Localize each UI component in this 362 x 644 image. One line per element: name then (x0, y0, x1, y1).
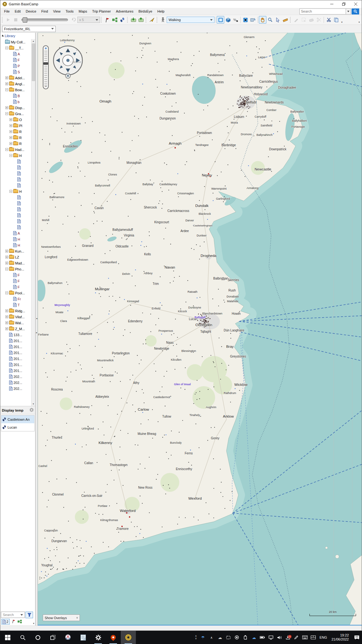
collapse-icon[interactable]: − (5, 88, 8, 91)
collapse-icon[interactable]: − (5, 291, 8, 294)
install-map-icon[interactable] (130, 16, 137, 24)
tree-item-r[interactable]: +R (0, 141, 31, 147)
expand-icon[interactable]: + (9, 118, 12, 121)
menu-birdseye[interactable]: BirdsEye (136, 8, 155, 14)
view-2d-button[interactable] (217, 16, 224, 24)
tree-item[interactable] (0, 218, 31, 224)
tree-item-h[interactable]: H (0, 242, 31, 248)
menu-edit[interactable]: Edit (12, 8, 23, 14)
undo-icon[interactable] (70, 16, 77, 24)
tree-item-133[interactable]: 133... (0, 332, 31, 338)
update-icon[interactable]: 3 (284, 635, 292, 640)
tree-item-o[interactable]: +O (0, 117, 31, 123)
menu-trip-planner[interactable]: Trip Planner (90, 8, 114, 14)
tree-item-f[interactable]: F (0, 284, 31, 290)
zoom-slider-handle[interactable] (43, 62, 48, 65)
collapse-icon[interactable]: − (5, 47, 8, 49)
search-scope-caret[interactable] (346, 8, 351, 14)
notification-center-icon[interactable] (351, 635, 362, 640)
search-input[interactable] (299, 8, 346, 14)
scroll-thumb[interactable] (32, 43, 35, 81)
tree-item-h[interactable]: −H (0, 153, 31, 158)
expand-icon[interactable]: + (5, 250, 8, 253)
record-icon[interactable] (233, 635, 241, 640)
search-button[interactable] (352, 8, 359, 14)
new-route-icon[interactable] (111, 16, 119, 24)
menu-adventures[interactable]: Adventures (114, 8, 136, 14)
marquee-select-tool[interactable] (300, 16, 308, 24)
tree-item[interactable] (0, 182, 31, 188)
tree-item-h[interactable]: H (0, 236, 31, 242)
tree-item[interactable] (0, 224, 31, 230)
speed-multiplier-select[interactable]: x 5 (77, 17, 100, 23)
battery-icon[interactable] (258, 636, 267, 639)
tree-item[interactable] (0, 194, 31, 200)
activity-profile-select[interactable]: Walking (167, 17, 214, 23)
route-small-icon[interactable] (18, 619, 22, 625)
expand-icon[interactable]: + (9, 136, 12, 139)
menu-file[interactable]: File (2, 8, 12, 14)
start-button[interactable] (0, 631, 15, 644)
toolbar-overflow-chevron[interactable]: ▾ (341, 21, 343, 25)
playback-slider[interactable] (21, 19, 68, 21)
show-overlays-select[interactable]: Show Overlays∨ (43, 614, 80, 621)
tree-item-mycoll[interactable]: My Coll... (0, 39, 31, 45)
menu-find[interactable]: Find (39, 8, 50, 14)
tree-item-t[interactable]: −__T... (0, 45, 31, 51)
tree-item[interactable] (0, 170, 31, 176)
copy-button[interactable] (332, 16, 340, 24)
install-map-device-icon[interactable] (137, 16, 145, 24)
tree-item-a[interactable]: A (0, 230, 31, 236)
task-view-icon[interactable] (45, 631, 60, 644)
tree-item-201[interactable]: 201... (0, 356, 31, 362)
tree-item-s[interactable]: S (0, 69, 31, 75)
tree-item-202[interactable]: 202... (0, 380, 31, 386)
map-product-select[interactable]: Freizeitkarte_IRL (2, 26, 56, 32)
view-3d-button[interactable] (224, 16, 232, 24)
scroll-down-icon[interactable]: ▼ (31, 402, 35, 406)
menu-device[interactable]: Device (23, 8, 39, 14)
expand-icon[interactable]: + (5, 106, 8, 109)
status-overflow-chevron[interactable]: ▾ (33, 622, 34, 625)
tree-item-b[interactable]: B (0, 93, 31, 99)
cortana-icon[interactable] (30, 631, 45, 644)
weather-umbrella-icon[interactable]: ☂ (199, 635, 207, 640)
zoom-out-icon[interactable]: − (45, 85, 47, 88)
tree-item-p[interactable]: P (0, 63, 31, 69)
temp-item-lucan[interactable]: Lucan (1, 423, 34, 431)
expand-icon[interactable]: + (5, 76, 8, 79)
tree-item-pho[interactable]: −Pho... (0, 266, 31, 272)
tree-item-bow[interactable]: −Bow... (0, 87, 31, 93)
tree-item-fr[interactable]: Fr (0, 296, 31, 302)
map-viewport[interactable]: LetterkennyGlenarmLarneBallymenaDungiven… (38, 33, 362, 625)
tree-item-a[interactable]: A (0, 51, 31, 57)
cut-button[interactable] (325, 16, 332, 24)
language-indicator[interactable]: ENG (318, 636, 329, 639)
display-network-icon[interactable] (267, 636, 275, 640)
expand-icon[interactable]: + (5, 262, 8, 264)
tray-scroll-arrows[interactable]: ∧∨ (193, 635, 199, 640)
taskbar-clock[interactable]: 19:22 21/06/2022 (329, 633, 351, 641)
sidebar-search-select[interactable]: Search (1, 612, 25, 618)
menu-help[interactable]: Help (155, 8, 167, 14)
expand-icon[interactable]: + (5, 327, 8, 330)
toolbar-overflow-chevron-2[interactable]: ▾ (359, 21, 360, 25)
collapse-icon[interactable]: − (5, 112, 8, 115)
stop-button[interactable] (12, 16, 19, 24)
waypoint-flag-small-icon[interactable] (12, 619, 15, 625)
tree-item-pool[interactable]: −Pool... (0, 290, 31, 296)
center-map-button[interactable] (242, 16, 249, 24)
expand-icon[interactable]: + (9, 124, 12, 127)
eraser-tool[interactable] (308, 16, 315, 24)
tree-item-201[interactable]: 201... (0, 350, 31, 356)
tree-item-vilaf[interactable]: +Vilaf... (0, 314, 31, 320)
tree-item-angl[interactable]: +Angl... (0, 81, 31, 87)
touch-keyboard-icon[interactable] (301, 636, 309, 639)
list-count-badge[interactable]: 2 (1, 619, 10, 625)
tree-item[interactable] (0, 176, 31, 182)
expand-icon[interactable]: + (9, 142, 12, 145)
tree-item[interactable] (0, 164, 31, 170)
tree-item-b[interactable]: b (0, 99, 31, 105)
collapse-icon[interactable]: − (9, 190, 12, 193)
collapse-icon[interactable]: − (9, 154, 12, 157)
